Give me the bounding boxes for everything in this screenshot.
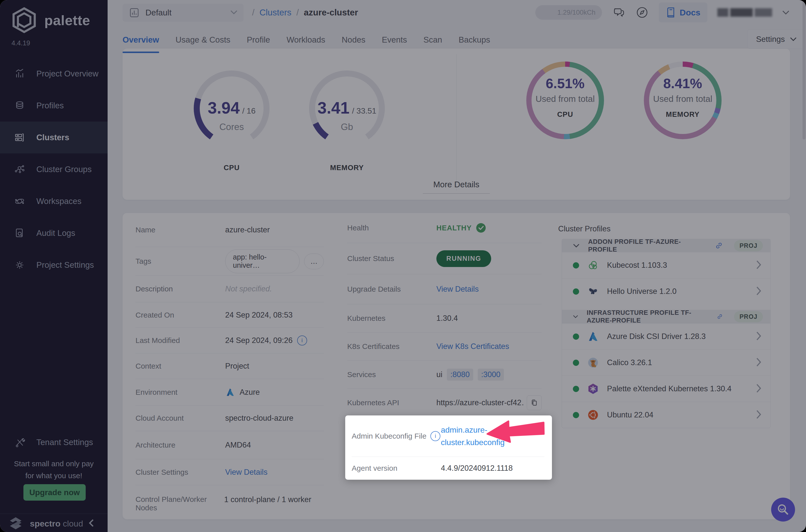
admin-kubeconfig-label: Admin Kubeconfig File	[352, 432, 426, 440]
agent-version-value: 4.4.9/20240912.1118	[441, 464, 513, 473]
detail-row-agent-version: Agent version 4.4.9/20240912.1118	[352, 457, 544, 480]
info-icon[interactable]: i	[430, 431, 440, 441]
window-frame: palette 4.4.19 Project Overview Profiles…	[0, 0, 806, 532]
agent-version-label: Agent version	[352, 464, 397, 473]
